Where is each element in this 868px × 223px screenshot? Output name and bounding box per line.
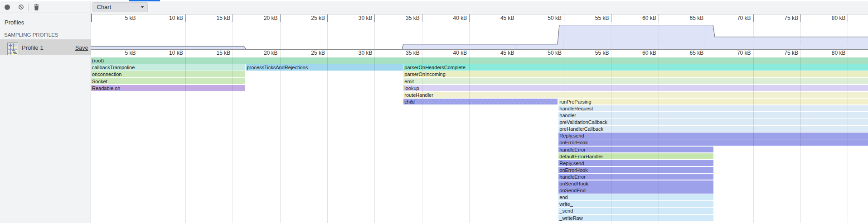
- svg-text:%: %: [13, 50, 17, 55]
